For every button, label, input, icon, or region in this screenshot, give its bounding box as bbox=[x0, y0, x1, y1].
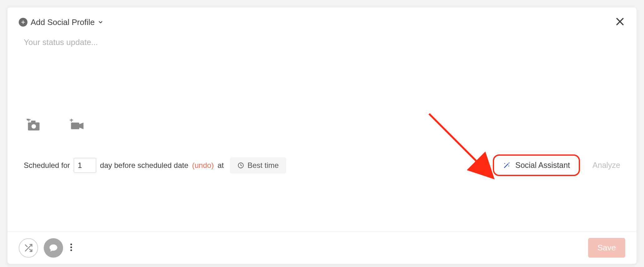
schedule-row: Scheduled for day before scheduled date … bbox=[24, 145, 620, 187]
modal-header: Add Social Profile bbox=[7, 8, 637, 28]
svg-point-18 bbox=[504, 163, 505, 164]
svg-point-6 bbox=[32, 124, 36, 128]
svg-point-25 bbox=[70, 249, 72, 251]
undo-link[interactable]: (undo) bbox=[192, 161, 214, 170]
svg-point-24 bbox=[70, 246, 72, 248]
more-options-button[interactable] bbox=[69, 243, 74, 253]
svg-point-23 bbox=[70, 243, 72, 245]
chat-bubble-icon bbox=[49, 243, 58, 253]
shuffle-icon bbox=[24, 243, 33, 253]
comment-button[interactable] bbox=[44, 238, 63, 258]
magic-wand-icon bbox=[503, 162, 510, 169]
svg-point-17 bbox=[508, 162, 509, 163]
svg-rect-5 bbox=[31, 121, 35, 123]
best-time-button[interactable]: Best time bbox=[230, 157, 286, 174]
social-assistant-button[interactable]: Social Assistant bbox=[493, 154, 580, 176]
svg-marker-12 bbox=[79, 123, 83, 129]
chevron-down-icon bbox=[98, 18, 103, 27]
close-button[interactable] bbox=[615, 16, 625, 28]
svg-rect-10 bbox=[28, 119, 29, 122]
schedule-at-label: at bbox=[217, 161, 224, 170]
social-assistant-label: Social Assistant bbox=[515, 161, 570, 170]
schedule-prefix: Scheduled for bbox=[24, 161, 70, 170]
status-update-input[interactable] bbox=[24, 38, 620, 116]
media-toolbar bbox=[24, 119, 620, 133]
svg-point-19 bbox=[508, 165, 509, 166]
schedule-suffix: day before scheduled date bbox=[100, 161, 188, 170]
svg-rect-11 bbox=[71, 123, 79, 129]
add-video-icon[interactable] bbox=[69, 119, 84, 133]
analyze-button[interactable]: Analyze bbox=[592, 161, 620, 170]
save-button[interactable]: Save bbox=[588, 238, 625, 258]
compose-modal: Add Social Profile bbox=[7, 8, 637, 264]
add-profile-label: Add Social Profile bbox=[31, 18, 95, 27]
svg-line-22 bbox=[25, 245, 27, 247]
add-social-profile-button[interactable]: Add Social Profile bbox=[19, 18, 103, 27]
days-before-input[interactable] bbox=[74, 158, 96, 173]
kebab-icon bbox=[70, 243, 72, 252]
footer-left bbox=[19, 238, 74, 258]
plus-circle-icon bbox=[19, 18, 27, 27]
svg-rect-14 bbox=[71, 119, 72, 122]
best-time-label: Best time bbox=[247, 161, 279, 170]
shuffle-button[interactable] bbox=[19, 238, 38, 258]
modal-body: Scheduled for day before scheduled date … bbox=[7, 28, 637, 231]
add-photo-icon[interactable] bbox=[26, 119, 41, 133]
modal-footer: Save bbox=[7, 231, 637, 264]
schedule-right-actions: Social Assistant Analyze bbox=[493, 154, 620, 176]
svg-line-16 bbox=[504, 164, 508, 168]
